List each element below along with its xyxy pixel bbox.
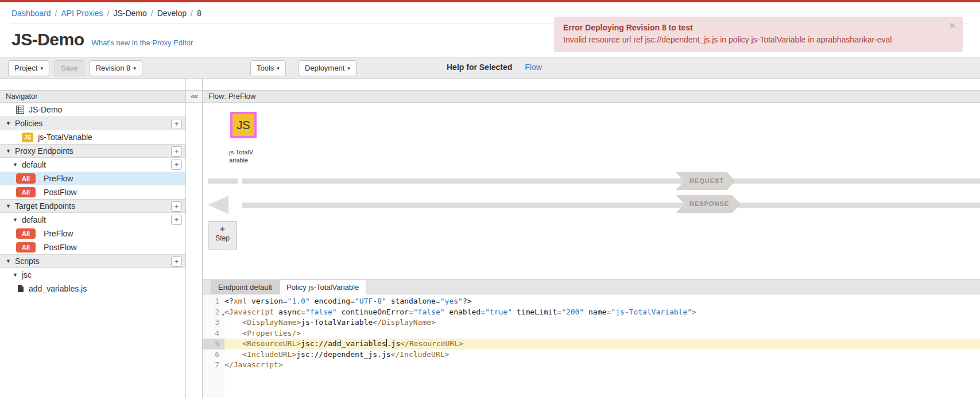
code-line: 4 <Properties/> [203,328,980,339]
response-badge: RESPONSE [676,195,741,213]
flow-panel: Flow: PreFlow JS js-TotalV ariable REQUE… [203,79,980,398]
deployment-button[interactable]: Deployment▾ [299,60,357,76]
breadcrumb-item[interactable]: API Proxies [61,9,103,18]
navigator-header: Navigator [0,90,185,103]
code-line: 7</Javascript> [203,360,980,371]
caret-down-icon: ▼ [13,162,18,168]
caret-down-icon: ▼ [6,148,11,154]
nav-item-label: PreFlow [44,229,73,238]
nav-target-postflow[interactable]: AllPostFlow [0,240,185,254]
breadcrumb-item: Develop [157,9,187,18]
nav-js-totalvariable[interactable]: JSjs-TotalVariable [0,130,185,144]
nav-item-label: JS-Demo [29,105,62,114]
nav-item-label: PostFlow [44,243,77,252]
nav-proxy-default[interactable]: ▼default+ [0,158,185,172]
add-button[interactable]: + [171,201,182,212]
flow-help-link[interactable]: Flow [525,63,542,72]
nav-item-label: Policies [15,119,42,128]
nav-proxy-postflow[interactable]: AllPostFlow [0,185,185,199]
nav-proxy-endpoints[interactable]: ▼Proxy Endpoints+ [0,144,185,158]
navigator-tree: JS-Demo▼Policies+JSjs-TotalVariable▼Prox… [0,103,185,398]
caret-down-icon: ▼ [6,258,11,264]
close-icon[interactable]: × [950,21,955,30]
tools-button[interactable]: Tools▾ [250,60,286,76]
add-button[interactable]: + [171,215,182,225]
chevron-down-icon: ▾ [277,65,280,72]
breadcrumb-item: 8 [197,9,202,18]
breadcrumb-separator: / [151,9,153,18]
whats-new-link[interactable]: What's new in the Proxy Editor [91,38,193,47]
code-line: 3 <DisplayName>js-TotalVariable</Display… [203,317,980,328]
toolbar: Project▾ Save Revision 8▾ Tools▾ Deploym… [0,57,980,79]
breadcrumb-separator: / [107,9,110,18]
nav-add-variables-js[interactable]: add_variables.js [0,282,185,296]
nav-item-label: Proxy Endpoints [15,146,73,156]
code-line-content: <Javascript async="false" continueOnErro… [224,307,980,318]
collapse-strip: «« [186,79,203,398]
nav-js-demo[interactable]: JS-Demo [0,103,185,116]
line-number: 3 [203,317,224,328]
add-button[interactable]: + [171,146,182,157]
proxy-icon [16,106,24,114]
collapse-panel-icon[interactable]: «« [186,90,202,103]
request-bar-segment [208,178,238,184]
js-policy-badge: JS [22,133,33,142]
add-button[interactable]: + [171,257,182,267]
nav-item-label: js-TotalVariable [38,133,92,142]
nav-scripts[interactable]: ▼Scripts+ [0,254,185,268]
tab-policy-js-totalvariable[interactable]: Policy js-TotalVariable [280,280,366,294]
line-number: 5 [203,339,224,349]
response-bar [242,203,980,208]
help-for-selected-label: Help for Selected [447,63,512,72]
caret-down-icon: ▼ [6,121,11,126]
code-line: 1<?xml version="1.0" encoding="UTF-8" st… [203,296,980,307]
nav-item-label: default [22,160,46,169]
chevron-down-icon: ▾ [40,65,43,72]
add-button[interactable]: + [171,119,182,129]
navigator-panel: Navigator JS-Demo▼Policies+JSjs-TotalVar… [0,79,186,398]
revision-button[interactable]: Revision 8▾ [90,60,142,76]
flow-header: Flow: PreFlow [203,90,980,103]
add-button[interactable]: + [171,160,182,170]
file-icon [17,285,24,293]
nav-item-label: jsc [22,270,32,279]
add-step-button[interactable]: + Step [208,221,237,250]
code-line: 2▾<Javascript async="false" continueOnEr… [203,307,980,318]
request-bar [242,178,980,184]
code-line-content: <DisplayName>js-TotalVariable</DisplayNa… [224,317,980,328]
code-line-content: <?xml version="1.0" encoding="UTF-8" sta… [224,296,980,307]
code-line-content: <IncludeURL>jsc://dependent_js.js</Inclu… [224,349,980,360]
nav-item-label: default [22,215,46,224]
nav-proxy-preflow[interactable]: AllPreFlow [0,172,185,185]
line-number: 4 [203,328,224,339]
line-number: 7 [203,360,224,371]
nav-item-label: Target Endpoints [15,201,75,211]
main-area: Navigator JS-Demo▼Policies+JSjs-TotalVar… [0,79,980,398]
save-button[interactable]: Save [55,60,84,76]
nav-target-preflow[interactable]: AllPreFlow [0,227,185,240]
caret-down-icon: ▼ [6,203,11,209]
line-number: 2▾ [203,307,224,318]
breadcrumb-item[interactable]: Dashboard [11,9,51,18]
nav-target-default[interactable]: ▼default+ [0,213,185,227]
line-number: 1 [203,296,224,307]
all-conditions-badge: All [16,187,36,197]
nav-item-label: PostFlow [44,188,77,197]
breadcrumb-separator: / [55,9,57,18]
nav-item-label: PreFlow [44,174,73,183]
project-button[interactable]: Project▾ [8,60,49,76]
response-arrow-icon [208,196,228,214]
line-number: 6 [203,349,224,360]
plus-icon: + [208,224,237,234]
all-conditions-badge: All [16,242,36,253]
nav-policies[interactable]: ▼Policies+ [0,116,185,130]
chevron-down-icon: ▾ [133,65,136,72]
code-editor[interactable]: 1<?xml version="1.0" encoding="UTF-8" st… [203,294,980,398]
policy-js-icon[interactable]: JS [230,112,257,138]
tab-endpoint-default[interactable]: Endpoint default [211,280,280,294]
nav-target-endpoints[interactable]: ▼Target Endpoints+ [0,199,185,213]
breadcrumb-separator: / [191,9,193,18]
nav-jsc[interactable]: ▼jsc [0,268,185,282]
error-alert-title: Error Deploying Revision 8 to test [563,23,940,32]
code-line: 5 <ResourceURL>jsc://add_variables.js</R… [203,339,980,349]
